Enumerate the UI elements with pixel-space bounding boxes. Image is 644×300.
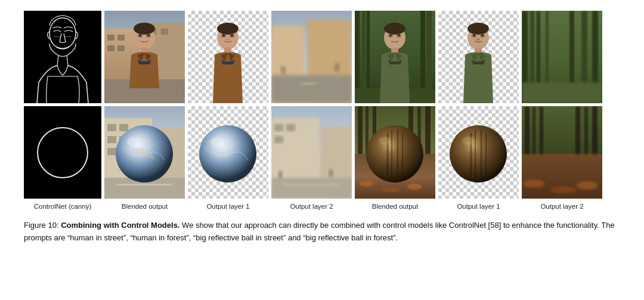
svg-point-100 xyxy=(360,181,374,187)
caption-output-layer1-1: Output layer 1 xyxy=(188,202,268,211)
svg-point-55 xyxy=(476,38,480,41)
svg-point-26 xyxy=(226,38,230,41)
caption-row: ControlNet (canny) Blended output Output… xyxy=(24,202,620,211)
street-person-blended xyxy=(104,11,185,103)
svg-point-103 xyxy=(366,125,423,183)
svg-rect-6 xyxy=(117,35,125,41)
forest-ball-layer1 xyxy=(438,106,519,199)
svg-rect-87 xyxy=(274,136,283,143)
svg-rect-98 xyxy=(425,106,431,154)
svg-rect-86 xyxy=(286,124,295,131)
svg-rect-109 xyxy=(525,106,530,154)
svg-rect-0 xyxy=(24,11,101,103)
svg-point-101 xyxy=(382,187,400,192)
svg-point-18 xyxy=(147,35,150,36)
svg-point-42 xyxy=(384,23,405,35)
svg-point-81 xyxy=(210,137,225,147)
svg-point-106 xyxy=(462,137,474,145)
svg-point-80 xyxy=(199,125,256,183)
street-background-layer2 xyxy=(271,11,352,103)
svg-rect-30 xyxy=(271,75,352,103)
figure-caption: Figure 10: Combining with Control Models… xyxy=(24,219,620,245)
caption-blended-1: Blended output xyxy=(104,202,185,211)
street-person-layer1 xyxy=(188,11,268,103)
svg-point-33 xyxy=(334,63,340,72)
caption-controlnet: ControlNet (canny) xyxy=(24,202,101,211)
svg-point-79 xyxy=(127,137,141,147)
figure-title: Combining with Control Models. xyxy=(61,221,179,230)
svg-rect-89 xyxy=(283,184,340,185)
svg-rect-71 xyxy=(119,124,128,131)
svg-point-49 xyxy=(467,23,489,35)
figure-10-gallery: ControlNet (canny) Blended output Output… xyxy=(24,11,620,245)
svg-rect-93 xyxy=(358,106,363,154)
svg-point-20 xyxy=(217,23,239,35)
controlnet-sketch-circle xyxy=(24,106,101,199)
svg-point-105 xyxy=(450,125,507,183)
svg-rect-64 xyxy=(522,82,602,103)
figure-label: Figure 10: xyxy=(24,221,59,230)
image-row-1 xyxy=(24,11,620,103)
forest-ball-blended xyxy=(355,106,435,199)
svg-rect-74 xyxy=(107,148,116,155)
svg-point-90 xyxy=(329,169,333,177)
ball-street-background-layer2 xyxy=(271,106,352,199)
controlnet-sketch-person xyxy=(24,11,101,103)
svg-rect-70 xyxy=(107,124,116,131)
svg-point-17 xyxy=(139,35,141,36)
svg-point-115 xyxy=(523,180,544,188)
svg-point-116 xyxy=(550,186,577,193)
svg-point-13 xyxy=(134,23,155,35)
svg-point-46 xyxy=(389,35,392,36)
svg-rect-31 xyxy=(301,82,316,85)
svg-rect-85 xyxy=(274,124,283,131)
ball-street-layer1 xyxy=(188,106,268,199)
caption-output-layer2-2: Output layer 2 xyxy=(522,202,602,211)
svg-rect-112 xyxy=(575,106,580,154)
svg-rect-88 xyxy=(271,178,352,199)
svg-rect-8 xyxy=(117,45,125,51)
svg-point-54 xyxy=(481,35,484,36)
caption-blended-2: Blended output xyxy=(355,202,435,211)
svg-rect-113 xyxy=(584,106,588,154)
svg-rect-111 xyxy=(540,106,543,154)
svg-point-53 xyxy=(473,35,475,36)
forest-person-layer1 xyxy=(438,11,519,103)
svg-rect-10 xyxy=(161,29,168,35)
svg-rect-77 xyxy=(116,184,173,185)
forest-person-blended xyxy=(355,11,435,103)
svg-point-104 xyxy=(379,137,391,145)
svg-rect-110 xyxy=(532,106,535,154)
svg-rect-72 xyxy=(107,136,116,143)
svg-point-24 xyxy=(222,35,225,36)
caption-output-layer1-2: Output layer 1 xyxy=(438,202,519,211)
caption-output-layer2-1: Output layer 2 xyxy=(271,202,352,211)
svg-rect-5 xyxy=(107,35,114,41)
svg-point-32 xyxy=(280,66,286,75)
forest-background-layer2 xyxy=(522,11,602,103)
svg-point-25 xyxy=(231,35,233,36)
svg-rect-114 xyxy=(592,106,597,154)
svg-rect-65 xyxy=(24,106,101,199)
forest-ball-background-layer2 xyxy=(522,106,602,199)
svg-point-47 xyxy=(398,35,400,36)
ball-street-blended xyxy=(104,106,185,199)
svg-point-91 xyxy=(278,171,283,179)
svg-point-102 xyxy=(407,184,422,190)
svg-point-117 xyxy=(577,181,598,190)
svg-rect-7 xyxy=(107,45,114,51)
image-row-2 xyxy=(24,106,620,199)
